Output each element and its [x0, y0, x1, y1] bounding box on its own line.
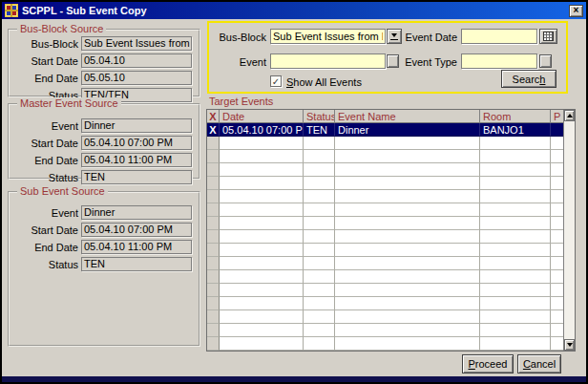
field-row: Status TEN: [10, 170, 199, 184]
table-row-selected[interactable]: X 05.04.10 07:00 PM TEN Dinner BANJO1: [207, 123, 563, 137]
group-title: Master Event Source: [17, 97, 121, 109]
column-header-x: X: [207, 110, 220, 123]
field-row: Bus-Block Sub Event Issues from EAME: [10, 36, 199, 51]
field-label: Start Date: [10, 138, 78, 149]
table-row-empty[interactable]: [207, 310, 563, 324]
row-event-name: Dinner: [335, 123, 480, 137]
row-date: 05.04.10 07:00 PM: [220, 123, 304, 137]
scroll-down-button[interactable]: [564, 339, 575, 351]
table-row-empty[interactable]: [207, 137, 563, 150]
field-row: End Date 05.05.10: [10, 71, 199, 85]
table-scrollbar[interactable]: [563, 110, 575, 351]
field-row: End Date 05.04.10 11:00 PM: [10, 153, 199, 167]
column-header-status: Status: [304, 110, 335, 123]
show-all-events-label: Show All Events: [286, 76, 362, 88]
field-row: Start Date 05.04.10 07:00 PM: [10, 136, 199, 150]
table-body: X 05.04.10 07:00 PM TEN Dinner BANJO1: [207, 123, 563, 351]
master-event-value: Dinner: [81, 118, 192, 133]
field-row: Status TEN: [10, 257, 199, 271]
event-date-input[interactable]: [461, 29, 537, 44]
group-title: Bus-Block Source: [17, 23, 106, 34]
proceed-button[interactable]: Proceed: [462, 354, 514, 373]
field-label: Status: [10, 259, 78, 270]
search-button[interactable]: Search: [501, 70, 556, 88]
bus-block-source-value: Sub Event Issues from EAME: [81, 36, 192, 51]
app-icon: [5, 4, 18, 17]
bus-block-combo[interactable]: [270, 29, 386, 44]
table-row-empty[interactable]: [207, 244, 563, 257]
window-title: SCPPL - Sub Event Copy: [22, 5, 569, 16]
event-type-label: Event Type: [396, 56, 457, 68]
table-row-empty[interactable]: [207, 203, 563, 217]
master-status-value: TEN: [81, 170, 192, 184]
event-input[interactable]: [270, 53, 386, 69]
master-end-date-value: 05.04.10 11:00 PM: [81, 153, 192, 167]
table-row-empty[interactable]: [207, 270, 563, 284]
show-all-events-checkbox[interactable]: ✓: [270, 75, 282, 87]
row-p: [551, 123, 563, 137]
table-row-empty[interactable]: [207, 337, 563, 351]
sub-start-date-value: 05.04.10 07:00 PM: [81, 223, 192, 237]
field-row: End Date 05.04.10 11:00 PM: [10, 240, 199, 254]
group-bus-block-source: Bus-Block Source Bus-Block Sub Event Iss…: [8, 29, 200, 97]
window-bottom-border: [2, 376, 586, 382]
event-label: Event: [209, 56, 266, 68]
target-events-title: Target Events: [209, 96, 273, 107]
field-label: Bus-Block: [10, 38, 78, 50]
row-mark: X: [207, 123, 220, 137]
sub-end-date-value: 05.04.10 11:00 PM: [81, 240, 192, 254]
field-row: Start Date 05.04.10: [10, 53, 199, 68]
scrollbar-track[interactable]: [564, 121, 575, 339]
field-label: End Date: [10, 242, 78, 253]
start-date-value: 05.04.10: [81, 53, 192, 68]
column-header-date: Date: [220, 110, 304, 123]
sub-status-value: TEN: [81, 257, 192, 271]
scroll-up-button[interactable]: [564, 110, 575, 121]
table-row-empty[interactable]: [207, 297, 563, 310]
group-sub-event-source: Sub Event Source Event Dinner Start Date…: [8, 191, 200, 347]
event-date-label: Event Date: [396, 32, 457, 43]
table-row-empty[interactable]: [207, 150, 563, 163]
column-header-event-name: Event Name: [335, 110, 480, 123]
table-row-empty[interactable]: [207, 257, 563, 270]
field-label: End Date: [10, 155, 78, 166]
table-row-empty[interactable]: [207, 217, 563, 230]
table-row-empty[interactable]: [207, 190, 563, 203]
scroll-up-icon: [567, 114, 573, 117]
title-bar[interactable]: SCPPL - Sub Event Copy ×: [2, 2, 586, 19]
close-button[interactable]: ×: [569, 5, 583, 17]
group-master-event-source: Master Event Source Event Dinner Start D…: [8, 103, 200, 180]
event-type-lov-button[interactable]: [539, 54, 552, 68]
form-canvas: Bus-Block Source Bus-Block Sub Event Iss…: [2, 19, 586, 382]
target-events-table: X Date Status Event Name Room P X 05.04.…: [206, 109, 576, 352]
master-start-date-value: 05.04.10 07:00 PM: [81, 136, 192, 150]
field-row: Event Dinner: [10, 118, 199, 133]
field-label: End Date: [10, 73, 78, 84]
table-row-empty[interactable]: [207, 284, 563, 297]
end-date-value: 05.05.10: [81, 71, 192, 85]
sub-event-copy-window: SCPPL - Sub Event Copy × Bus-Block Sourc…: [0, 0, 588, 384]
field-label: Start Date: [10, 224, 78, 236]
search-panel: Bus-Block Event Event Date Event Type ✓ …: [207, 21, 568, 94]
bus-block-label: Bus-Block: [209, 32, 266, 43]
field-row: Event Dinner: [10, 205, 199, 220]
field-row: Start Date 05.04.10 07:00 PM: [10, 223, 199, 237]
calendar-icon: [543, 32, 554, 41]
table-row-empty[interactable]: [207, 230, 563, 244]
table-row-empty[interactable]: [207, 163, 563, 177]
field-label: Event: [10, 207, 78, 219]
field-label: Start Date: [10, 55, 78, 67]
table-row-empty[interactable]: [207, 324, 563, 337]
event-type-input[interactable]: [461, 53, 537, 69]
table-header-row: X Date Status Event Name Room P: [207, 110, 563, 123]
cancel-button[interactable]: Cancel: [517, 354, 561, 373]
field-label: Event: [10, 120, 78, 132]
column-header-room: Room: [480, 110, 551, 123]
event-date-calendar-button[interactable]: [539, 29, 557, 44]
sub-event-value: Dinner: [81, 205, 192, 220]
row-status: TEN: [304, 123, 335, 137]
table-row-empty[interactable]: [207, 177, 563, 190]
scroll-down-icon: [567, 343, 573, 347]
table-grid: X Date Status Event Name Room P X 05.04.…: [207, 110, 563, 351]
group-title: Sub Event Source: [17, 185, 108, 197]
